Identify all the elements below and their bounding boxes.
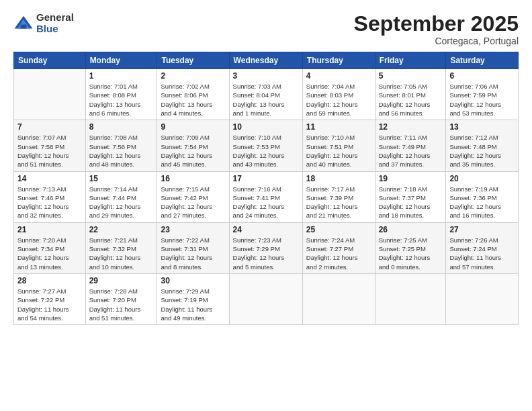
col-thursday: Thursday xyxy=(302,52,375,69)
table-row: 11Sunrise: 7:10 AMSunset: 7:51 PMDayligh… xyxy=(302,120,375,171)
day-info: Sunrise: 7:13 AMSunset: 7:46 PMDaylight:… xyxy=(17,185,82,220)
col-saturday: Saturday xyxy=(446,52,519,69)
col-tuesday: Tuesday xyxy=(157,52,229,69)
day-number: 12 xyxy=(379,122,443,132)
header: General Blue September 2025 Cortegaca, P… xyxy=(13,12,519,46)
table-row: 20Sunrise: 7:19 AMSunset: 7:36 PMDayligh… xyxy=(446,171,519,222)
day-number: 16 xyxy=(161,174,225,183)
day-info: Sunrise: 7:18 AMSunset: 7:37 PMDaylight:… xyxy=(379,185,443,220)
day-number: 20 xyxy=(449,174,515,183)
day-info: Sunrise: 7:10 AMSunset: 7:51 PMDaylight:… xyxy=(306,133,371,169)
day-info: Sunrise: 7:23 AMSunset: 7:29 PMDaylight:… xyxy=(233,236,299,271)
day-info: Sunrise: 7:05 AMSunset: 8:01 PMDaylight:… xyxy=(379,82,443,118)
day-number: 14 xyxy=(17,174,82,183)
table-row: 14Sunrise: 7:13 AMSunset: 7:46 PMDayligh… xyxy=(14,171,86,222)
day-number: 6 xyxy=(449,71,515,81)
day-number: 25 xyxy=(306,225,371,234)
day-number: 1 xyxy=(89,71,154,81)
day-info: Sunrise: 7:08 AMSunset: 7:56 PMDaylight:… xyxy=(89,133,154,169)
table-row: 27Sunrise: 7:26 AMSunset: 7:24 PMDayligh… xyxy=(446,222,519,273)
col-monday: Monday xyxy=(85,52,157,69)
table-row: 26Sunrise: 7:25 AMSunset: 7:25 PMDayligh… xyxy=(375,222,446,273)
table-row xyxy=(375,273,446,324)
day-info: Sunrise: 7:09 AMSunset: 7:54 PMDaylight:… xyxy=(161,133,225,169)
table-row: 30Sunrise: 7:29 AMSunset: 7:19 PMDayligh… xyxy=(157,273,229,324)
table-row: 28Sunrise: 7:27 AMSunset: 7:22 PMDayligh… xyxy=(14,273,86,324)
table-row: 13Sunrise: 7:12 AMSunset: 7:48 PMDayligh… xyxy=(446,120,519,171)
day-info: Sunrise: 7:04 AMSunset: 8:03 PMDaylight:… xyxy=(306,82,371,118)
day-number: 27 xyxy=(449,225,515,234)
day-number: 10 xyxy=(233,122,299,132)
day-info: Sunrise: 7:26 AMSunset: 7:24 PMDaylight:… xyxy=(449,236,515,271)
table-row: 19Sunrise: 7:18 AMSunset: 7:37 PMDayligh… xyxy=(375,171,446,222)
day-info: Sunrise: 7:22 AMSunset: 7:31 PMDaylight:… xyxy=(161,236,225,271)
table-row: 23Sunrise: 7:22 AMSunset: 7:31 PMDayligh… xyxy=(157,222,229,273)
day-info: Sunrise: 7:10 AMSunset: 7:53 PMDaylight:… xyxy=(233,133,299,169)
day-info: Sunrise: 7:28 AMSunset: 7:20 PMDaylight:… xyxy=(89,287,154,322)
table-row: 18Sunrise: 7:17 AMSunset: 7:39 PMDayligh… xyxy=(302,171,375,222)
day-info: Sunrise: 7:20 AMSunset: 7:34 PMDaylight:… xyxy=(17,236,82,271)
day-info: Sunrise: 7:24 AMSunset: 7:27 PMDaylight:… xyxy=(306,236,371,271)
table-row: 17Sunrise: 7:16 AMSunset: 7:41 PMDayligh… xyxy=(229,171,302,222)
table-row: 25Sunrise: 7:24 AMSunset: 7:27 PMDayligh… xyxy=(302,222,375,273)
day-info: Sunrise: 7:14 AMSunset: 7:44 PMDaylight:… xyxy=(89,185,154,220)
calendar-header-row: Sunday Monday Tuesday Wednesday Thursday… xyxy=(14,52,519,69)
logo-icon xyxy=(13,13,34,34)
table-row: 4Sunrise: 7:04 AMSunset: 8:03 PMDaylight… xyxy=(302,69,375,120)
day-info: Sunrise: 7:16 AMSunset: 7:41 PMDaylight:… xyxy=(233,185,299,220)
table-row: 8Sunrise: 7:08 AMSunset: 7:56 PMDaylight… xyxy=(85,120,157,171)
table-row xyxy=(229,273,302,324)
subtitle: Cortegaca, Portugal xyxy=(354,36,519,46)
day-number: 3 xyxy=(233,71,299,81)
day-info: Sunrise: 7:25 AMSunset: 7:25 PMDaylight:… xyxy=(379,236,443,271)
calendar-week-row: 28Sunrise: 7:27 AMSunset: 7:22 PMDayligh… xyxy=(14,273,519,324)
table-row: 22Sunrise: 7:21 AMSunset: 7:32 PMDayligh… xyxy=(85,222,157,273)
logo: General Blue xyxy=(13,12,74,34)
day-number: 22 xyxy=(89,225,154,234)
table-row: 21Sunrise: 7:20 AMSunset: 7:34 PMDayligh… xyxy=(14,222,86,273)
table-row: 1Sunrise: 7:01 AMSunset: 8:08 PMDaylight… xyxy=(85,69,157,120)
day-number: 5 xyxy=(379,71,443,81)
day-info: Sunrise: 7:07 AMSunset: 7:58 PMDaylight:… xyxy=(17,133,82,169)
day-number: 21 xyxy=(17,225,82,234)
table-row: 15Sunrise: 7:14 AMSunset: 7:44 PMDayligh… xyxy=(85,171,157,222)
day-info: Sunrise: 7:17 AMSunset: 7:39 PMDaylight:… xyxy=(306,185,371,220)
col-wednesday: Wednesday xyxy=(229,52,302,69)
table-row: 12Sunrise: 7:11 AMSunset: 7:49 PMDayligh… xyxy=(375,120,446,171)
calendar-week-row: 1Sunrise: 7:01 AMSunset: 8:08 PMDaylight… xyxy=(14,69,519,120)
day-number: 26 xyxy=(379,225,443,234)
table-row: 5Sunrise: 7:05 AMSunset: 8:01 PMDaylight… xyxy=(375,69,446,120)
day-number: 9 xyxy=(161,122,225,132)
day-info: Sunrise: 7:19 AMSunset: 7:36 PMDaylight:… xyxy=(449,185,515,220)
day-number: 18 xyxy=(306,174,371,183)
day-info: Sunrise: 7:06 AMSunset: 7:59 PMDaylight:… xyxy=(449,82,515,118)
table-row xyxy=(302,273,375,324)
day-number: 2 xyxy=(161,71,225,81)
day-info: Sunrise: 7:03 AMSunset: 8:04 PMDaylight:… xyxy=(233,82,299,118)
calendar-week-row: 21Sunrise: 7:20 AMSunset: 7:34 PMDayligh… xyxy=(14,222,519,273)
table-row: 10Sunrise: 7:10 AMSunset: 7:53 PMDayligh… xyxy=(229,120,302,171)
day-number: 17 xyxy=(233,174,299,183)
day-info: Sunrise: 7:15 AMSunset: 7:42 PMDaylight:… xyxy=(161,185,225,220)
col-friday: Friday xyxy=(375,52,446,69)
calendar-week-row: 14Sunrise: 7:13 AMSunset: 7:46 PMDayligh… xyxy=(14,171,519,222)
month-title: September 2025 xyxy=(354,12,519,36)
day-number: 8 xyxy=(89,122,154,132)
table-row: 2Sunrise: 7:02 AMSunset: 8:06 PMDaylight… xyxy=(157,69,229,120)
day-info: Sunrise: 7:27 AMSunset: 7:22 PMDaylight:… xyxy=(17,287,82,322)
page: General Blue September 2025 Cortegaca, P… xyxy=(0,0,532,411)
day-info: Sunrise: 7:11 AMSunset: 7:49 PMDaylight:… xyxy=(379,133,443,169)
day-info: Sunrise: 7:21 AMSunset: 7:32 PMDaylight:… xyxy=(89,236,154,271)
day-number: 15 xyxy=(89,174,154,183)
day-number: 13 xyxy=(449,122,515,132)
day-number: 4 xyxy=(306,71,371,81)
day-number: 24 xyxy=(233,225,299,234)
table-row xyxy=(14,69,86,120)
day-number: 28 xyxy=(17,276,82,285)
day-info: Sunrise: 7:29 AMSunset: 7:19 PMDaylight:… xyxy=(161,287,225,322)
day-number: 30 xyxy=(161,276,225,285)
day-number: 23 xyxy=(161,225,225,234)
col-sunday: Sunday xyxy=(14,52,86,69)
table-row: 24Sunrise: 7:23 AMSunset: 7:29 PMDayligh… xyxy=(229,222,302,273)
table-row: 7Sunrise: 7:07 AMSunset: 7:58 PMDaylight… xyxy=(14,120,86,171)
